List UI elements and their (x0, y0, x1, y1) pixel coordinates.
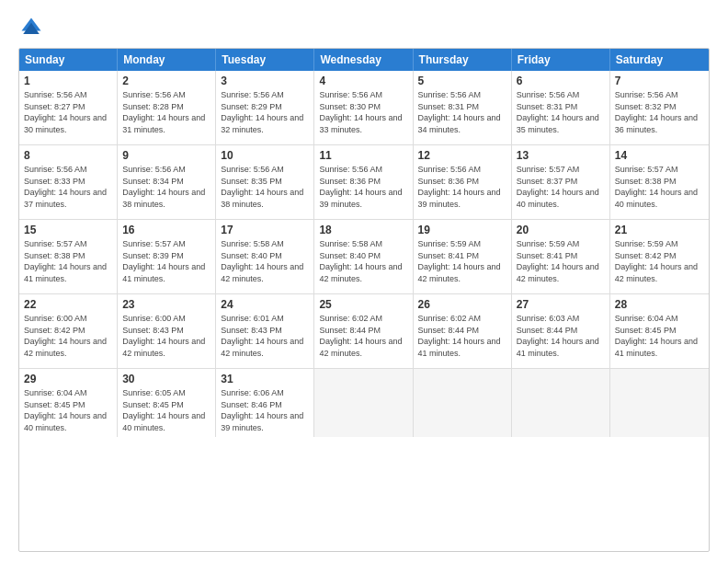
day-number: 15 (24, 224, 112, 236)
day-cell-26: 26 Sunrise: 6:02 AM Sunset: 8:44 PM Dayl… (414, 294, 512, 368)
cell-info: Sunrise: 5:56 AM Sunset: 8:33 PM Dayligh… (24, 164, 112, 210)
page: SundayMondayTuesdayWednesdayThursdayFrid… (0, 0, 728, 563)
cell-info: Sunrise: 5:59 AM Sunset: 8:42 PM Dayligh… (615, 238, 704, 284)
day-number: 29 (24, 373, 112, 385)
day-cell-17: 17 Sunrise: 5:58 AM Sunset: 8:40 PM Dayl… (216, 220, 314, 293)
day-cell-8: 8 Sunrise: 5:56 AM Sunset: 8:33 PM Dayli… (19, 145, 118, 219)
day-number: 22 (24, 298, 112, 311)
logo-icon (18, 15, 44, 40)
day-cell-13: 13 Sunrise: 5:57 AM Sunset: 8:37 PM Dayl… (512, 145, 610, 219)
day-number: 7 (615, 75, 704, 87)
calendar-row-5: 29 Sunrise: 6:04 AM Sunset: 8:45 PM Dayl… (19, 368, 709, 437)
day-cell-15: 15 Sunrise: 5:57 AM Sunset: 8:38 PM Dayl… (19, 220, 118, 293)
day-cell-30: 30 Sunrise: 6:05 AM Sunset: 8:45 PM Dayl… (118, 369, 216, 437)
cell-info: Sunrise: 6:05 AM Sunset: 8:45 PM Dayligh… (122, 387, 210, 433)
day-number: 3 (221, 75, 309, 87)
day-cell-29: 29 Sunrise: 6:04 AM Sunset: 8:45 PM Dayl… (19, 369, 118, 437)
empty-cell (414, 369, 512, 437)
day-number: 19 (418, 224, 506, 236)
cell-info: Sunrise: 5:56 AM Sunset: 8:31 PM Dayligh… (517, 89, 605, 135)
day-number: 11 (319, 149, 407, 162)
day-cell-23: 23 Sunrise: 6:00 AM Sunset: 8:43 PM Dayl… (118, 294, 216, 368)
cell-info: Sunrise: 6:03 AM Sunset: 8:44 PM Dayligh… (517, 313, 605, 359)
cell-info: Sunrise: 5:56 AM Sunset: 8:35 PM Dayligh… (221, 164, 309, 210)
day-number: 13 (517, 149, 605, 162)
cell-info: Sunrise: 5:59 AM Sunset: 8:41 PM Dayligh… (517, 238, 605, 284)
cell-info: Sunrise: 5:57 AM Sunset: 8:38 PM Dayligh… (615, 164, 704, 210)
header-day-monday: Monday (118, 49, 216, 71)
day-cell-2: 2 Sunrise: 5:56 AM Sunset: 8:28 PM Dayli… (118, 71, 216, 144)
cell-info: Sunrise: 5:58 AM Sunset: 8:40 PM Dayligh… (319, 238, 407, 284)
cell-info: Sunrise: 5:56 AM Sunset: 8:30 PM Dayligh… (319, 89, 407, 135)
header-day-friday: Friday (512, 49, 610, 71)
day-cell-21: 21 Sunrise: 5:59 AM Sunset: 8:42 PM Dayl… (610, 220, 709, 293)
cell-info: Sunrise: 5:58 AM Sunset: 8:40 PM Dayligh… (221, 238, 309, 284)
cell-info: Sunrise: 5:57 AM Sunset: 8:39 PM Dayligh… (122, 238, 210, 284)
day-number: 25 (319, 298, 407, 311)
day-cell-5: 5 Sunrise: 5:56 AM Sunset: 8:31 PM Dayli… (414, 71, 512, 144)
day-cell-7: 7 Sunrise: 5:56 AM Sunset: 8:32 PM Dayli… (610, 71, 709, 144)
day-cell-14: 14 Sunrise: 5:57 AM Sunset: 8:38 PM Dayl… (610, 145, 709, 219)
day-cell-28: 28 Sunrise: 6:04 AM Sunset: 8:45 PM Dayl… (610, 294, 709, 368)
day-number: 8 (24, 149, 112, 162)
day-cell-25: 25 Sunrise: 6:02 AM Sunset: 8:44 PM Dayl… (314, 294, 413, 368)
day-number: 12 (418, 149, 506, 162)
day-number: 21 (615, 224, 704, 236)
cell-info: Sunrise: 5:56 AM Sunset: 8:31 PM Dayligh… (418, 89, 506, 135)
cell-info: Sunrise: 5:56 AM Sunset: 8:29 PM Dayligh… (221, 89, 309, 135)
day-cell-3: 3 Sunrise: 5:56 AM Sunset: 8:29 PM Dayli… (216, 71, 314, 144)
day-cell-18: 18 Sunrise: 5:58 AM Sunset: 8:40 PM Dayl… (314, 220, 413, 293)
day-number: 27 (517, 298, 605, 311)
empty-cell (512, 369, 610, 437)
day-cell-19: 19 Sunrise: 5:59 AM Sunset: 8:41 PM Dayl… (414, 220, 512, 293)
header-day-wednesday: Wednesday (314, 49, 413, 71)
day-cell-31: 31 Sunrise: 6:06 AM Sunset: 8:46 PM Dayl… (216, 369, 314, 437)
day-number: 26 (418, 298, 506, 311)
day-number: 4 (319, 75, 407, 87)
day-number: 18 (319, 224, 407, 236)
day-cell-16: 16 Sunrise: 5:57 AM Sunset: 8:39 PM Dayl… (118, 220, 216, 293)
day-cell-12: 12 Sunrise: 5:56 AM Sunset: 8:36 PM Dayl… (414, 145, 512, 219)
empty-cell (610, 369, 709, 437)
header-day-saturday: Saturday (610, 49, 709, 71)
calendar-row-1: 1 Sunrise: 5:56 AM Sunset: 8:27 PM Dayli… (19, 71, 709, 144)
day-cell-22: 22 Sunrise: 6:00 AM Sunset: 8:42 PM Dayl… (19, 294, 118, 368)
cell-info: Sunrise: 6:04 AM Sunset: 8:45 PM Dayligh… (24, 387, 112, 433)
calendar: SundayMondayTuesdayWednesdayThursdayFrid… (18, 48, 710, 552)
day-number: 1 (24, 75, 112, 87)
cell-info: Sunrise: 5:59 AM Sunset: 8:41 PM Dayligh… (418, 238, 506, 284)
cell-info: Sunrise: 6:06 AM Sunset: 8:46 PM Dayligh… (221, 387, 309, 433)
cell-info: Sunrise: 6:01 AM Sunset: 8:43 PM Dayligh… (221, 313, 309, 359)
header-day-tuesday: Tuesday (216, 49, 314, 71)
day-cell-6: 6 Sunrise: 5:56 AM Sunset: 8:31 PM Dayli… (512, 71, 610, 144)
cell-info: Sunrise: 6:04 AM Sunset: 8:45 PM Dayligh… (615, 313, 704, 359)
day-number: 30 (122, 373, 210, 385)
cell-info: Sunrise: 6:00 AM Sunset: 8:42 PM Dayligh… (24, 313, 112, 359)
day-number: 31 (221, 373, 309, 385)
day-cell-9: 9 Sunrise: 5:56 AM Sunset: 8:34 PM Dayli… (118, 145, 216, 219)
cell-info: Sunrise: 5:56 AM Sunset: 8:36 PM Dayligh… (418, 164, 506, 210)
calendar-row-3: 15 Sunrise: 5:57 AM Sunset: 8:38 PM Dayl… (19, 219, 709, 293)
day-cell-11: 11 Sunrise: 5:56 AM Sunset: 8:36 PM Dayl… (314, 145, 413, 219)
empty-cell (314, 369, 413, 437)
day-number: 28 (615, 298, 704, 311)
calendar-row-4: 22 Sunrise: 6:00 AM Sunset: 8:42 PM Dayl… (19, 293, 709, 368)
day-number: 16 (122, 224, 210, 236)
cell-info: Sunrise: 5:57 AM Sunset: 8:38 PM Dayligh… (24, 238, 112, 284)
cell-info: Sunrise: 5:56 AM Sunset: 8:32 PM Dayligh… (615, 89, 704, 135)
top-section (18, 15, 710, 40)
day-number: 6 (517, 75, 605, 87)
day-number: 9 (122, 149, 210, 162)
cell-info: Sunrise: 5:56 AM Sunset: 8:34 PM Dayligh… (122, 164, 210, 210)
day-number: 5 (418, 75, 506, 87)
day-number: 20 (517, 224, 605, 236)
day-number: 24 (221, 298, 309, 311)
cell-info: Sunrise: 6:02 AM Sunset: 8:44 PM Dayligh… (319, 313, 407, 359)
day-number: 23 (122, 298, 210, 311)
day-number: 2 (122, 75, 210, 87)
cell-info: Sunrise: 6:02 AM Sunset: 8:44 PM Dayligh… (418, 313, 506, 359)
day-cell-20: 20 Sunrise: 5:59 AM Sunset: 8:41 PM Dayl… (512, 220, 610, 293)
day-cell-10: 10 Sunrise: 5:56 AM Sunset: 8:35 PM Dayl… (216, 145, 314, 219)
cell-info: Sunrise: 5:56 AM Sunset: 8:36 PM Dayligh… (319, 164, 407, 210)
cell-info: Sunrise: 5:56 AM Sunset: 8:28 PM Dayligh… (122, 89, 210, 135)
